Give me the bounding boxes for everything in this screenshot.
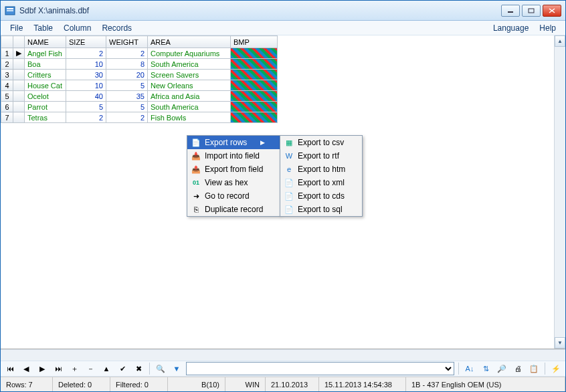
menu-help[interactable]: Help bbox=[534, 21, 561, 35]
export-icon: 📄 bbox=[190, 137, 202, 148]
copy-button[interactable]: 📋 bbox=[527, 362, 541, 375]
sort-desc-button[interactable]: ⇅ bbox=[479, 362, 492, 375]
status-deleted: Deleted: 0 bbox=[53, 377, 110, 391]
sm-export-htm[interactable]: eExport to htm bbox=[280, 163, 362, 176]
submenu-arrow-icon: ▶ bbox=[254, 139, 265, 146]
cm-import-field[interactable]: 📥Import into field bbox=[187, 149, 280, 163]
sm-export-cds[interactable]: 📄Export to cds bbox=[280, 189, 362, 203]
context-menu: 📄Export rows▶ 📥Import into field 📤Export… bbox=[187, 135, 280, 217]
menu-file[interactable]: File bbox=[5, 21, 28, 35]
nav-delete-button[interactable]: － bbox=[84, 362, 97, 375]
maximize-button[interactable] bbox=[522, 5, 541, 17]
import-icon: 📥 bbox=[190, 151, 202, 161]
nav-cancel-button[interactable]: ✖ bbox=[132, 362, 145, 375]
sm-export-rtf[interactable]: WExport to rtf bbox=[280, 149, 362, 163]
app-window: Sdbf X:\animals.dbf File Table Column Re… bbox=[0, 0, 566, 392]
table-row[interactable]: 4House Cat105New Orleans bbox=[1, 80, 278, 91]
title-bar: Sdbf X:\animals.dbf bbox=[1, 1, 565, 21]
status-enc: WIN bbox=[225, 377, 266, 391]
filter-combo[interactable] bbox=[186, 362, 454, 375]
status-bar: Rows: 7 Deleted: 0 Filtered: 0 B(10) WIN… bbox=[1, 377, 565, 391]
nav-first-button[interactable]: ⏮ bbox=[3, 362, 17, 375]
window-title: Sdbf X:\animals.dbf bbox=[19, 6, 501, 15]
nav-last-button[interactable]: ⏭ bbox=[52, 362, 65, 375]
grid-area: NAME SIZE WEIGHT AREA BMP 1▶Angel Fish22… bbox=[1, 35, 565, 349]
menu-table[interactable]: Table bbox=[28, 21, 58, 35]
svg-rect-4 bbox=[529, 9, 534, 13]
nav-next-button[interactable]: ▶ bbox=[35, 362, 49, 375]
status-codepage: 1B - 437 English OEM (US) bbox=[406, 377, 565, 391]
col-bmp[interactable]: BMP bbox=[231, 36, 278, 48]
sm-export-sql[interactable]: 📄Export to sql bbox=[280, 203, 362, 216]
vertical-scrollbar[interactable]: ▲ ▼ bbox=[554, 35, 565, 349]
scroll-down-button[interactable]: ▼ bbox=[555, 337, 565, 349]
find-button[interactable]: 🔎 bbox=[495, 362, 508, 375]
scroll-up-button[interactable]: ▲ bbox=[555, 35, 565, 47]
hex-icon: 01 bbox=[190, 177, 202, 188]
csv-icon: ▦ bbox=[283, 137, 295, 148]
menu-bar: File Table Column Records Language Help bbox=[1, 21, 565, 35]
sm-export-csv[interactable]: ▦Export to csv bbox=[280, 136, 362, 149]
status-date1: 21.10.2013 bbox=[266, 377, 319, 391]
xml-icon: 📄 bbox=[283, 177, 295, 188]
data-grid[interactable]: NAME SIZE WEIGHT AREA BMP 1▶Angel Fish22… bbox=[1, 35, 278, 123]
close-button[interactable] bbox=[543, 5, 561, 17]
cm-duplicate[interactable]: ⎘Duplicate record bbox=[187, 203, 280, 216]
sql-icon: 📄 bbox=[283, 204, 295, 215]
table-row[interactable]: 1▶Angel Fish22Computer Aquariums bbox=[1, 48, 278, 59]
col-area[interactable]: AREA bbox=[148, 36, 231, 48]
print-button[interactable]: 🖨 bbox=[511, 362, 525, 375]
status-date2: 15.11.2013 14:54:38 bbox=[319, 377, 406, 391]
col-weight[interactable]: WEIGHT bbox=[106, 36, 148, 48]
table-row[interactable]: 3Critters3020Screen Savers bbox=[1, 70, 278, 80]
menu-column[interactable]: Column bbox=[58, 21, 96, 35]
col-size[interactable]: SIZE bbox=[66, 36, 106, 48]
minimize-button[interactable] bbox=[501, 5, 520, 17]
table-row[interactable]: 6Parrot55South America bbox=[1, 102, 278, 112]
table-row[interactable]: 7Tetras22Fish Bowls bbox=[1, 112, 278, 123]
nav-edit-button[interactable]: ▲ bbox=[100, 362, 113, 375]
app-icon bbox=[5, 5, 15, 16]
export-submenu: ▦Export to csv WExport to rtf eExport to… bbox=[280, 135, 363, 217]
table-row[interactable]: 2Boa108South America bbox=[1, 59, 278, 70]
horizontal-scrollbar[interactable] bbox=[1, 349, 565, 361]
cm-export-field[interactable]: 📤Export from field bbox=[187, 163, 280, 176]
search-button[interactable]: 🔍 bbox=[154, 362, 167, 375]
nav-prev-button[interactable]: ◀ bbox=[19, 362, 33, 375]
svg-rect-1 bbox=[7, 8, 13, 9]
nav-post-button[interactable]: ✔ bbox=[116, 362, 129, 375]
window-buttons bbox=[501, 5, 561, 17]
rtf-icon: W bbox=[283, 151, 295, 161]
nav-add-button[interactable]: ＋ bbox=[68, 362, 81, 375]
cm-view-hex[interactable]: 01View as hex bbox=[187, 176, 280, 189]
sort-asc-button[interactable]: A↓ bbox=[463, 362, 476, 375]
export-field-icon: 📤 bbox=[190, 164, 202, 175]
sm-export-xml[interactable]: 📄Export to xml bbox=[280, 176, 362, 189]
cm-export-rows[interactable]: 📄Export rows▶ bbox=[187, 136, 280, 149]
status-rows: Rows: 7 bbox=[1, 377, 53, 391]
cds-icon: 📄 bbox=[283, 191, 295, 201]
cm-goto-record[interactable]: ➜Go to record bbox=[187, 189, 280, 203]
status-fmt: B(10) bbox=[168, 377, 225, 391]
col-name[interactable]: NAME bbox=[25, 36, 66, 48]
filter-button[interactable]: ▼ bbox=[170, 362, 183, 375]
execute-button[interactable]: ⚡ bbox=[549, 362, 563, 375]
status-filtered: Filtered: 0 bbox=[110, 377, 168, 391]
menu-records[interactable]: Records bbox=[96, 21, 137, 35]
goto-icon: ➜ bbox=[190, 191, 202, 201]
svg-rect-2 bbox=[7, 10, 13, 11]
nav-toolbar: ⏮ ◀ ▶ ⏭ ＋ － ▲ ✔ ✖ 🔍 ▼ A↓ ⇅ 🔎 🖨 📋 ⚡ bbox=[1, 361, 565, 377]
menu-language[interactable]: Language bbox=[488, 21, 534, 35]
duplicate-icon: ⎘ bbox=[190, 204, 202, 215]
table-row[interactable]: 5Ocelot4035Africa and Asia bbox=[1, 91, 278, 102]
htm-icon: e bbox=[283, 164, 295, 175]
